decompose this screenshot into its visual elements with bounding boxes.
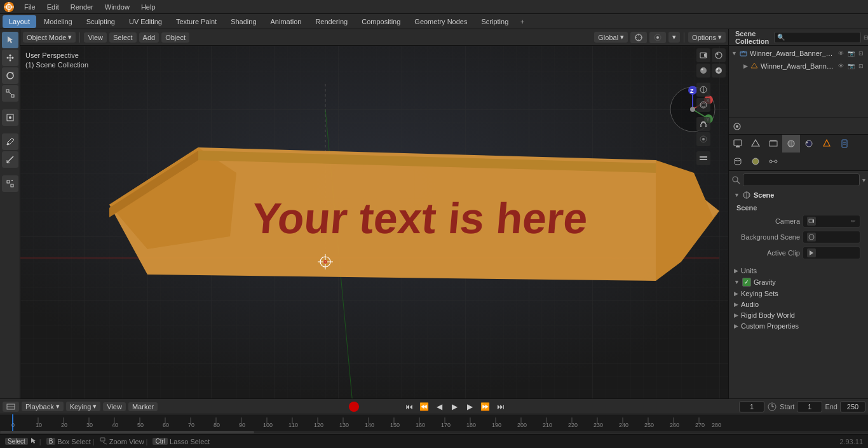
rotate-tool-btn[interactable] [2,67,18,84]
collection-icon [739,49,748,58]
camera-view-btn[interactable] [696,48,710,62]
material-props-btn[interactable] [747,153,764,170]
timeline-type-btn[interactable] [3,402,19,412]
menu-render[interactable]: Render [65,2,98,12]
scene-props-btn[interactable] [782,135,800,153]
viewport-3d[interactable]: Your text is here User Perspective (1) S… [20,46,728,398]
item-visibility-btn-1[interactable]: 👁 [836,62,845,71]
options-dropdown[interactable]: Options ▾ [688,32,726,43]
active-clip-value[interactable] [803,247,860,259]
viewport-proportional-btn[interactable] [649,32,666,43]
annotate-tool-btn[interactable] [2,133,18,150]
world-props-btn[interactable] [800,135,818,153]
outliner-search-input[interactable] [774,32,861,43]
keying-sets-collapsible[interactable]: ▶ Keying Sets [731,288,865,299]
keying-sets-title: Keying Sets [741,290,778,297]
tab-geometry-nodes[interactable]: Geometry Nodes [408,15,473,28]
start-frame-input[interactable] [797,401,822,412]
overlay-toggle-btn[interactable] [696,83,710,97]
viewport-global-dropdown[interactable]: Global ▾ [594,32,628,43]
tab-modeling[interactable]: Modeling [37,15,79,28]
camera-value[interactable]: ✏ [803,215,860,227]
outliner-filter-btn[interactable]: ⊟ [864,33,868,42]
view-btn[interactable]: View [103,402,126,411]
current-frame-input[interactable]: 1 [739,401,764,412]
gravity-collapsible[interactable]: ▼ ✓ Gravity [731,276,865,288]
scale-tool-btn[interactable] [2,85,18,102]
next-keyframe-btn[interactable]: ⏩ [479,400,492,413]
outliner-item-0[interactable]: ▼ Winner_Award_Banner_Gold 👁 📷 ⊡ [729,47,868,60]
timeline-ruler[interactable]: 0 10 20 30 40 50 60 70 80 90 100 110 120… [0,414,868,434]
output-props-btn[interactable] [747,135,764,153]
viewport-extra-btn[interactable] [696,151,710,165]
playback-btn[interactable]: Playback ▾ [22,402,64,411]
menu-window[interactable]: Window [100,2,135,12]
view-layer-btn[interactable] [764,135,782,153]
render-preview-btn[interactable] [712,48,726,62]
menu-edit[interactable]: Edit [42,2,64,12]
tab-shading[interactable]: Shading [224,15,262,28]
measure-tool-btn[interactable] [2,151,18,168]
box-select-key[interactable]: B [46,438,56,445]
menu-file[interactable]: File [19,2,41,12]
view-menu[interactable]: View [84,32,107,43]
transform-tool-btn[interactable] [2,109,18,126]
background-scene-value[interactable] [803,231,860,243]
rigid-body-collapsible[interactable]: ▶ Rigid Body World [731,310,865,320]
properties-search-input[interactable] [743,173,860,186]
outliner-item-1[interactable]: ▶ Winner_Award_Banner_C 👁 📷 ⊡ [729,60,868,72]
select-key[interactable]: Select [5,438,28,445]
object-mode-dropdown[interactable]: Object Mode ▾ [23,32,76,43]
item-render-btn-0[interactable]: 📷 [846,49,855,58]
select-menu[interactable]: Select [109,32,137,43]
move-tool-btn[interactable] [2,50,18,66]
constraints-props-btn[interactable] [764,153,782,170]
add-workspace-button[interactable]: + [516,15,529,28]
properties-filter-dropdown[interactable]: ▾ [862,177,865,184]
modifier-props-btn[interactable] [836,135,853,153]
tab-rendering[interactable]: Rendering [309,15,354,28]
material-preview-btn[interactable] [696,64,710,78]
prev-keyframe-btn[interactable]: ⏪ [418,400,431,413]
proportional-edit-btn[interactable] [696,132,710,146]
menu-help[interactable]: Help [136,2,161,12]
item-render-btn-1[interactable]: 📷 [846,62,855,71]
custom-props-collapsible[interactable]: ▶ Custom Properties [731,321,865,331]
tab-animation[interactable]: Animation [264,15,308,28]
viewport-snap-dropdown[interactable]: ▾ [668,32,680,43]
units-collapsible[interactable]: ▶ Units [731,266,865,276]
gravity-checkbox[interactable]: ✓ [742,278,751,287]
prev-frame-btn[interactable]: ◀ [433,400,446,413]
item-extra-btn-0[interactable]: ⊡ [857,49,865,58]
end-frame-input[interactable] [840,401,865,412]
item-visibility-btn-0[interactable]: 👁 [836,49,845,58]
viewport-snap-btn[interactable] [630,32,647,43]
marker-btn[interactable]: Marker [128,402,158,411]
add-object-btn[interactable] [2,175,18,192]
keying-btn[interactable]: Keying ▾ [66,402,101,411]
object-menu[interactable]: Object [161,32,189,43]
rendered-preview-btn[interactable] [712,64,726,78]
record-button[interactable] [349,402,359,412]
scene-section-header[interactable]: ▼ Scene [731,189,865,201]
tab-scripting[interactable]: Scripting [475,15,515,28]
jump-end-btn[interactable]: ⏭ [494,400,507,413]
tab-compositing[interactable]: Compositing [355,15,407,28]
jump-start-btn[interactable]: ⏮ [403,400,416,413]
xray-toggle-btn[interactable] [696,98,710,112]
add-menu[interactable]: Add [139,32,159,43]
snap-magnet-btn[interactable] [696,117,710,131]
data-props-btn[interactable] [729,153,747,170]
audio-collapsible[interactable]: ▶ Audio [731,299,865,309]
object-props-btn[interactable] [818,135,836,153]
tab-sculpting[interactable]: Sculpting [80,15,121,28]
tab-uv-editing[interactable]: UV Editing [123,15,168,28]
render-props-btn[interactable] [729,135,747,153]
lasso-key[interactable]: Ctrl [153,438,168,445]
tab-layout[interactable]: Layout [3,15,36,28]
item-extra-btn-1[interactable]: ⊡ [857,62,865,71]
cursor-tool-btn[interactable] [2,32,18,48]
next-frame-btn[interactable]: ▶ [464,400,477,413]
play-btn[interactable]: ▶ [449,400,461,413]
tab-texture-paint[interactable]: Texture Paint [170,15,223,28]
